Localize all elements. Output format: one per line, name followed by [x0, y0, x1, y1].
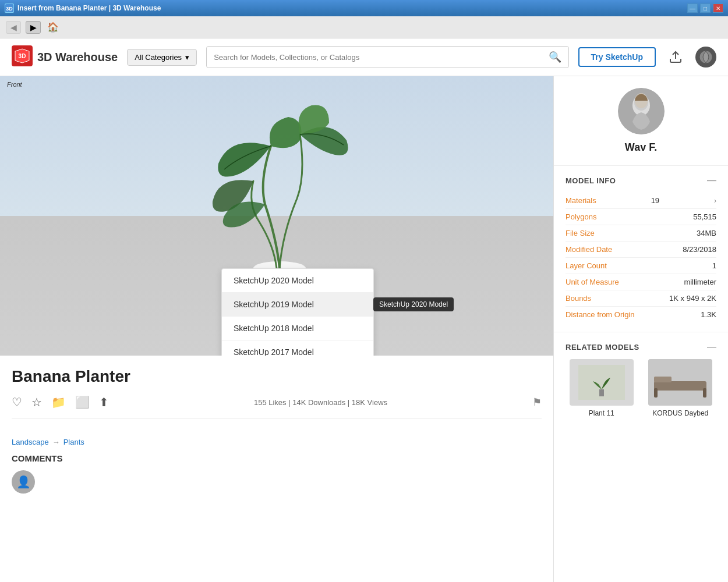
info-row-bounds: Bounds 1K x 949 x 2K	[566, 290, 716, 307]
breadcrumb-landscape[interactable]: Landscape	[12, 438, 49, 446]
related-thumb-daybed	[648, 359, 712, 406]
home-icon: 🏠	[47, 22, 59, 33]
polygons-value: 55,515	[693, 212, 716, 221]
header: 3D 3D Warehouse All Categories ▾ 🔍 Try S…	[0, 38, 728, 76]
svg-rect-18	[599, 389, 604, 396]
info-row-filesize: File Size 34MB	[566, 225, 716, 242]
star-icon[interactable]: ☆	[31, 395, 42, 409]
collapse-button[interactable]: —	[707, 175, 716, 186]
copy-icon[interactable]: ⬜	[75, 395, 90, 409]
close-button[interactable]: ✕	[713, 3, 723, 13]
forward-button[interactable]: ▶	[26, 21, 41, 34]
upload-button[interactable]	[665, 47, 686, 68]
model-info-section-title: MODEL INFO	[566, 176, 616, 185]
related-section: RELATED MODELS —	[554, 332, 728, 427]
related-title: RELATED MODELS	[566, 343, 639, 352]
breadcrumb-plants[interactable]: Plants	[63, 438, 84, 446]
dropdown-item-label: SketchUp 2019 Model	[234, 300, 314, 309]
breadcrumb: Landscape → Plants	[0, 431, 553, 453]
svg-rect-22	[703, 388, 706, 398]
maximize-button[interactable]: □	[700, 3, 711, 13]
polygons-label: Polygons	[566, 212, 596, 221]
dropdown-item-su2020[interactable]: SketchUp 2020 Model	[222, 269, 373, 293]
try-sketchup-button[interactable]: Try SketchUp	[578, 47, 656, 67]
author-avatar	[618, 88, 665, 134]
like-icon[interactable]: ♡	[12, 395, 22, 409]
svg-rect-21	[654, 388, 658, 398]
model-title: Banana Planter	[12, 367, 542, 386]
back-button[interactable]: ◀	[6, 21, 21, 34]
stats-text: 155 Likes | 14K Downloads | 18K Views	[118, 398, 523, 407]
info-row-materials: Materials 19 ›	[566, 193, 716, 209]
model-info-section: MODEL INFO — Materials 19 › Polygons 55,…	[554, 166, 728, 332]
unit-value: millimeter	[684, 278, 716, 286]
content-area: Front	[0, 76, 728, 582]
related-item-daybed[interactable]: KORDUS Daybed	[645, 359, 717, 417]
view-label: Front	[7, 81, 22, 88]
download-dropdown: SketchUp 2020 Model SketchUp 2019 Model …	[221, 268, 374, 356]
related-collapse-button[interactable]: —	[707, 342, 716, 352]
nav-bar: ◀ ▶ 🏠	[0, 16, 728, 38]
flag-icon[interactable]: ⚑	[532, 396, 542, 409]
commenter-avatar: 👤	[12, 470, 35, 494]
filesize-label: File Size	[566, 229, 595, 237]
svg-rect-20	[654, 381, 706, 391]
title-bar: 3D Insert from Banana Planter | 3D Wareh…	[0, 0, 728, 16]
related-label-daybed: KORDUS Daybed	[652, 409, 708, 417]
comments-section: COMMENTS 👤	[0, 453, 553, 494]
modified-value: 8/23/2018	[683, 245, 716, 254]
model-info-header: MODEL INFO —	[566, 175, 716, 186]
unit-label: Unit of Measure	[566, 278, 619, 286]
main-window: 3D 3D Warehouse All Categories ▾ 🔍 Try S…	[0, 38, 728, 582]
author-name: Wav F.	[625, 141, 657, 154]
related-item-plant11[interactable]: Plant 11	[566, 359, 638, 417]
actions-bar: ♡ ☆ 📁 ⬜ ⬆ 155 Likes | 14K Downloads | 18…	[12, 395, 542, 419]
folder-icon[interactable]: 📁	[51, 395, 66, 409]
model-panel: Front	[0, 76, 553, 582]
distance-label: Distance from Origin	[566, 310, 634, 319]
info-row-polygons: Polygons 55,515	[566, 209, 716, 225]
modified-label: Modified Date	[566, 245, 612, 254]
dropdown-item-su2018[interactable]: SketchUp 2018 Model	[222, 317, 373, 340]
model-viewer: Front	[0, 76, 553, 356]
back-icon: ◀	[10, 23, 17, 32]
materials-value: 19	[651, 196, 659, 205]
right-panel: Wav F. MODEL INFO — Materials 19 › Polyg…	[553, 76, 728, 582]
share-icon[interactable]: ⬆	[99, 395, 109, 409]
comments-title: COMMENTS	[12, 453, 542, 463]
category-dropdown[interactable]: All Categories ▾	[127, 49, 197, 66]
breadcrumb-arrow: →	[52, 438, 60, 446]
related-header: RELATED MODELS —	[566, 342, 716, 352]
category-label: All Categories	[135, 53, 182, 62]
related-grid: Plant 11	[566, 359, 716, 417]
profile-button[interactable]	[695, 47, 716, 68]
home-button[interactable]: 🏠	[45, 21, 61, 34]
logo-area: 3D 3D Warehouse	[12, 45, 118, 69]
layer-count-value: 1	[712, 261, 716, 270]
dropdown-item-label: SketchUp 2020 Model	[234, 276, 314, 285]
forward-icon: ▶	[30, 23, 37, 32]
dropdown-menu: SketchUp 2020 Model SketchUp 2019 Model …	[221, 268, 374, 356]
window-controls: — □ ✕	[687, 3, 723, 13]
minimize-button[interactable]: —	[687, 3, 698, 13]
svg-text:3D: 3D	[19, 53, 26, 59]
info-row-modified: Modified Date 8/23/2018	[566, 242, 716, 258]
dropdown-item-label: SketchUp 2017 Model	[234, 347, 314, 356]
chevron-down-icon: ▾	[185, 53, 189, 62]
info-row-distance: Distance from Origin 1.3K	[566, 307, 716, 322]
dropdown-item-label: SketchUp 2018 Model	[234, 324, 314, 333]
search-icon[interactable]: 🔍	[549, 51, 561, 63]
svg-text:3D: 3D	[6, 6, 13, 12]
bounds-value: 1K x 949 x 2K	[669, 294, 716, 303]
materials-arrow[interactable]: ›	[714, 197, 716, 205]
author-section: Wav F.	[554, 76, 728, 166]
app-icon: 3D	[5, 3, 14, 13]
bounds-label: Bounds	[566, 294, 591, 303]
search-input[interactable]	[214, 53, 543, 62]
model-info-bottom: Banana Planter ♡ ☆ 📁 ⬜ ⬆ 155 Likes | 14K…	[0, 356, 553, 431]
dropdown-item-su2019[interactable]: SketchUp 2019 Model SketchUp 2020 Model	[222, 293, 373, 317]
related-label-plant11: Plant 11	[589, 409, 614, 417]
logo-icon: 3D	[12, 45, 33, 69]
dropdown-item-su2017[interactable]: SketchUp 2017 Model	[222, 340, 373, 356]
info-row-unit: Unit of Measure millimeter	[566, 274, 716, 290]
